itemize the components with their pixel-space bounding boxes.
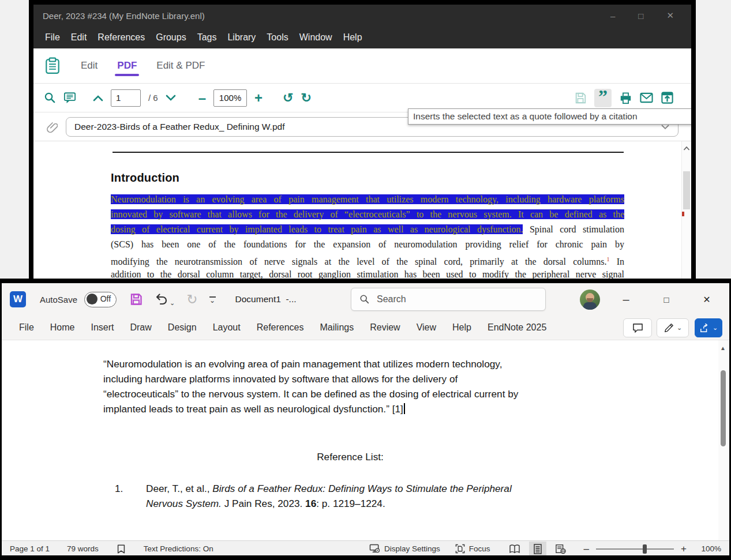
next-page-icon[interactable]: [166, 95, 176, 102]
save-icon[interactable]: [129, 292, 143, 306]
maximize-icon[interactable]: □: [638, 11, 643, 21]
share-button[interactable]: ⌄: [695, 318, 722, 337]
annotation-icon[interactable]: [63, 92, 76, 104]
ribbon-tab[interactable]: Mailings: [312, 322, 362, 333]
word-count[interactable]: 79 words: [67, 544, 99, 553]
pencil-icon: [663, 323, 674, 333]
reference-segment: : p. 1219–1224.: [316, 498, 385, 509]
close-icon[interactable]: ✕: [698, 294, 716, 305]
word-scrollbar[interactable]: ▲: [718, 340, 728, 540]
customize-qat-button[interactable]: ⌄: [209, 296, 216, 303]
ribbon-tab[interactable]: Help: [444, 322, 479, 333]
pdf-scrollbar[interactable]: [681, 141, 691, 279]
pdf-page-rule: [113, 152, 624, 153]
web-layout-button[interactable]: [552, 542, 569, 557]
menu-item[interactable]: Window: [299, 32, 332, 43]
save-icon[interactable]: [574, 92, 587, 104]
minimize-icon[interactable]: –: [617, 293, 635, 306]
zoom-in-icon[interactable]: +: [254, 91, 263, 105]
pdf-text-line: modifying the neurotransmission of nerve…: [111, 252, 624, 267]
menu-item[interactable]: Library: [227, 32, 256, 43]
word-maximize[interactable]: □: [657, 283, 676, 315]
minimize-icon[interactable]: –: [610, 11, 615, 21]
pdf-text-line: dosing of electrical current by implante…: [111, 222, 624, 237]
ribbon-tab[interactable]: References: [249, 322, 312, 333]
page-number-input[interactable]: 1: [111, 89, 141, 107]
proofing-icon[interactable]: [116, 544, 126, 554]
ribbon-tab[interactable]: File: [11, 322, 42, 333]
display-settings-button[interactable]: Display Settings: [369, 544, 440, 554]
word-close[interactable]: ✕: [698, 283, 716, 315]
chevron-down-icon[interactable]: ⌄: [170, 300, 175, 306]
menu-item[interactable]: Help: [343, 32, 362, 43]
comment-icon: [632, 323, 643, 333]
read-mode-button[interactable]: [506, 542, 523, 557]
rotate-right-icon[interactable]: ↻: [301, 92, 312, 104]
autosave-state: Off: [100, 294, 111, 303]
document-title: Document1 -...: [235, 294, 297, 305]
previous-page-icon[interactable]: [93, 95, 103, 102]
autosave-label: AutoSave: [40, 295, 77, 305]
export-icon[interactable]: [661, 91, 674, 104]
ribbon-tab[interactable]: Home: [42, 322, 83, 333]
print-layout-button[interactable]: [529, 542, 546, 557]
tab[interactable]: Edit: [80, 50, 99, 82]
document-paragraph: “Neuromodulation is an evolving area of …: [103, 356, 611, 416]
redo-button[interactable]: ↻: [186, 293, 197, 306]
focus-button[interactable]: Focus: [455, 544, 490, 554]
document-canvas[interactable]: “Neuromodulation is an evolving area of …: [2, 340, 729, 540]
word-minimize[interactable]: –: [617, 283, 635, 315]
comments-button[interactable]: [623, 318, 652, 337]
scroll-up-icon[interactable]: ▲: [720, 345, 726, 351]
menu-item[interactable]: Edit: [71, 32, 87, 43]
paperclip-icon: [46, 121, 58, 133]
zoom-level-input[interactable]: 100%: [213, 89, 247, 107]
maximize-icon[interactable]: □: [657, 295, 676, 305]
ribbon-tab[interactable]: View: [408, 322, 444, 333]
pdf-text-line: Neuromodulation is an evolving area of p…: [111, 192, 624, 207]
tab[interactable]: PDF: [116, 50, 138, 82]
close-icon[interactable]: ✕: [666, 10, 674, 21]
undo-button[interactable]: ⌄: [155, 292, 175, 306]
ribbon-tab[interactable]: EndNote 2025: [479, 322, 554, 333]
zoom-in-button[interactable]: +: [681, 543, 687, 555]
editing-button[interactable]: ⌄: [657, 318, 689, 337]
ribbon-tab[interactable]: Layout: [205, 322, 249, 333]
quick-access-toolbar: ⌄ ↻ ⌄: [129, 292, 216, 306]
scroll-up-icon[interactable]: [683, 146, 690, 151]
statusbar-right: Display Settings Focus – + 100%: [369, 542, 721, 557]
scrollbar-thumb[interactable]: [683, 171, 690, 209]
email-icon[interactable]: [640, 92, 653, 103]
zoom-slider[interactable]: [596, 548, 674, 550]
zoom-slider-handle[interactable]: [643, 544, 647, 554]
print-icon[interactable]: [619, 92, 632, 104]
reference-segment: Birds of a Feather Redux: Defining Ways …: [212, 483, 511, 494]
insert-quote-button[interactable]: ”: [594, 89, 612, 107]
menu-item[interactable]: Groups: [156, 32, 186, 43]
ribbon-tab[interactable]: Draw: [122, 322, 159, 333]
menu-item[interactable]: File: [45, 32, 60, 43]
text-predictions[interactable]: Text Predictions: On: [144, 544, 213, 553]
endnote-window-title: Deer, 2023 #234 (My EndNote Library.enl): [43, 11, 205, 21]
search-icon[interactable]: [44, 92, 56, 104]
tab[interactable]: Edit & PDF: [155, 50, 206, 82]
user-avatar[interactable]: [580, 290, 600, 310]
word-logo: W: [10, 291, 26, 307]
scrollbar-thumb[interactable]: [721, 370, 726, 446]
autosave-toggle[interactable]: Off: [84, 292, 117, 307]
zoom-out-icon[interactable]: –: [198, 91, 206, 105]
endnote-menubar: File Edit References Groups Tags Library…: [33, 27, 691, 48]
menu-item[interactable]: Tools: [267, 32, 288, 43]
ribbon-tab[interactable]: Design: [160, 322, 205, 333]
ribbon-tab[interactable]: Review: [362, 322, 408, 333]
search-box[interactable]: Search: [351, 288, 546, 311]
page-indicator[interactable]: Page 1 of 1: [10, 544, 50, 553]
zoom-out-button[interactable]: –: [584, 543, 589, 555]
ribbon-tab[interactable]: Insert: [83, 322, 122, 333]
word-titlebar: W AutoSave Off ⌄ ↻ ⌄ Document1 -...: [2, 283, 729, 315]
menu-item[interactable]: References: [98, 32, 145, 43]
rotate-left-icon[interactable]: ↺: [283, 92, 293, 104]
menu-item[interactable]: Tags: [197, 32, 217, 43]
status-bar: Page 1 of 1 79 words Text Predictions: O…: [2, 540, 729, 557]
zoom-percentage[interactable]: 100%: [696, 544, 721, 553]
